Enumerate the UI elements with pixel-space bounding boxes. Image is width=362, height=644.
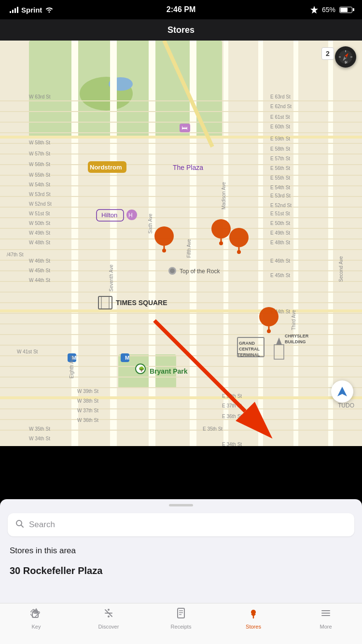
search-icon bbox=[15, 519, 24, 531]
search-placeholder: Search bbox=[29, 520, 55, 530]
svg-text:GRAND: GRAND bbox=[239, 341, 255, 346]
svg-text:E 60th St: E 60th St bbox=[270, 124, 290, 129]
stores-section: Stores in this area bbox=[0, 536, 362, 560]
svg-text:The Plaza: The Plaza bbox=[173, 164, 203, 171]
svg-text:W 46th St: W 46th St bbox=[29, 258, 50, 264]
svg-text:W 52nd St: W 52nd St bbox=[29, 201, 52, 207]
svg-text:Madison Ave: Madison Ave bbox=[221, 182, 226, 210]
battery-percent: 65% bbox=[322, 6, 335, 14]
svg-rect-183 bbox=[178, 608, 184, 618]
svg-text:W 55th St: W 55th St bbox=[29, 172, 50, 178]
svg-text:Sixth Ave: Sixth Ave bbox=[148, 213, 153, 234]
svg-text:W 48th St: W 48th St bbox=[29, 240, 50, 245]
svg-text:E 45th St: E 45th St bbox=[270, 273, 290, 278]
svg-text:Top of the Rock: Top of the Rock bbox=[180, 268, 220, 275]
tab-key[interactable]: Key bbox=[0, 607, 72, 630]
svg-text:W 33rd St: W 33rd St bbox=[29, 446, 51, 446]
svg-text:E 49th St: E 49th St bbox=[270, 230, 290, 236]
signal-bar-3 bbox=[14, 8, 16, 13]
svg-text:E 56th St: E 56th St bbox=[270, 166, 290, 171]
svg-point-187 bbox=[251, 610, 256, 615]
svg-text:Third Ave: Third Ave bbox=[291, 310, 296, 330]
tab-discover[interactable]: Discover bbox=[72, 607, 145, 630]
svg-text:E 53rd St: E 53rd St bbox=[270, 193, 291, 198]
tab-more-label: More bbox=[320, 624, 332, 630]
page-title: Stores bbox=[167, 25, 195, 35]
svg-text:N: N bbox=[345, 60, 348, 64]
store-item[interactable]: 30 Rockefeller Plaza bbox=[0, 560, 362, 578]
svg-text:Second Ave: Second Ave bbox=[338, 256, 344, 282]
svg-text:/47th St: /47th St bbox=[7, 252, 24, 257]
status-left: Sprint bbox=[10, 6, 54, 14]
svg-text:W 50th St: W 50th St bbox=[29, 221, 50, 226]
svg-text:TUDO: TUDO bbox=[338, 402, 354, 409]
tab-more[interactable]: More bbox=[290, 607, 362, 630]
svg-text:W 58th St: W 58th St bbox=[29, 140, 50, 145]
map-badge: 2 bbox=[321, 47, 334, 60]
svg-text:Nordstrom: Nordstrom bbox=[90, 164, 122, 171]
map-svg: M M M 🛏 Nordstrom The Plaza Hilton H TIM… bbox=[0, 41, 362, 446]
svg-text:E 46th St: E 46th St bbox=[270, 258, 290, 264]
drag-handle-bar bbox=[169, 504, 193, 506]
svg-text:E 52nd St: E 52nd St bbox=[270, 203, 292, 208]
svg-text:W 37th St: W 37th St bbox=[77, 408, 98, 413]
svg-text:E 51st St: E 51st St bbox=[270, 211, 290, 216]
store-name: 30 Rockefeller Plaza bbox=[10, 565, 102, 576]
svg-text:E 50th St: E 50th St bbox=[270, 221, 290, 226]
svg-text:Seventh Ave: Seventh Ave bbox=[109, 265, 114, 292]
page-title-bar: Stores bbox=[0, 19, 362, 41]
signal-bar-2 bbox=[12, 10, 14, 13]
svg-text:H: H bbox=[128, 212, 133, 219]
svg-text:BUILDING: BUILDING bbox=[285, 339, 306, 344]
sheet-handle bbox=[0, 499, 362, 509]
discover-tab-icon bbox=[103, 607, 114, 622]
svg-text:E 54th St: E 54th St bbox=[270, 185, 290, 190]
search-container: Search bbox=[8, 513, 354, 536]
svg-text:Hilton: Hilton bbox=[101, 211, 117, 219]
svg-point-155 bbox=[229, 228, 249, 247]
svg-text:W 56th St: W 56th St bbox=[29, 162, 50, 167]
svg-point-152 bbox=[211, 219, 231, 238]
svg-text:E 57th St: E 57th St bbox=[270, 156, 290, 161]
tab-discover-label: Discover bbox=[98, 624, 119, 630]
map-container[interactable]: M M M 🛏 Nordstrom The Plaza Hilton H TIM… bbox=[0, 41, 362, 446]
status-time: 2:46 PM bbox=[167, 5, 195, 14]
compass[interactable]: N bbox=[335, 46, 356, 68]
key-tab-icon bbox=[30, 607, 42, 622]
tab-bar: Key Discover Receipts bbox=[0, 603, 362, 644]
signal-bar-4 bbox=[17, 7, 18, 13]
svg-text:🌳: 🌳 bbox=[139, 366, 145, 372]
svg-text:W 44th St: W 44th St bbox=[29, 278, 50, 283]
svg-text:Eighth Ave: Eighth Ave bbox=[69, 355, 74, 378]
stores-area-label: Stores in this area bbox=[10, 546, 76, 555]
location-icon bbox=[310, 6, 318, 14]
search-box[interactable]: Search bbox=[8, 513, 354, 536]
svg-line-174 bbox=[21, 525, 24, 527]
tab-receipts[interactable]: Receipts bbox=[145, 607, 217, 630]
svg-text:E 61st St: E 61st St bbox=[270, 114, 290, 120]
svg-text:E 36th St: E 36th St bbox=[222, 414, 242, 419]
svg-text:E 55th St: E 55th St bbox=[270, 175, 290, 181]
svg-text:CENTRAL: CENTRAL bbox=[239, 347, 260, 351]
svg-text:E 38th St: E 38th St bbox=[222, 393, 242, 399]
location-button[interactable] bbox=[331, 380, 353, 403]
svg-text:Fifth Ave: Fifth Ave bbox=[186, 239, 192, 258]
svg-text:🛏: 🛏 bbox=[181, 125, 187, 131]
svg-text:M: M bbox=[125, 355, 129, 361]
svg-text:E 37th St: E 37th St bbox=[222, 403, 242, 408]
wifi-icon bbox=[45, 6, 54, 14]
receipts-tab-icon bbox=[175, 607, 187, 622]
svg-text:W 57th St: W 57th St bbox=[29, 151, 50, 156]
stores-tab-icon bbox=[248, 607, 259, 622]
svg-text:E 35th St: E 35th St bbox=[203, 426, 223, 432]
svg-point-158 bbox=[259, 307, 278, 326]
svg-point-181 bbox=[108, 609, 110, 611]
status-right: 65% bbox=[310, 6, 352, 14]
tab-stores[interactable]: Stores bbox=[217, 607, 290, 630]
svg-point-69 bbox=[170, 268, 175, 273]
svg-text:E 62nd St: E 62nd St bbox=[270, 104, 292, 109]
svg-point-149 bbox=[154, 226, 174, 246]
svg-text:CHRYSLER: CHRYSLER bbox=[285, 334, 309, 338]
more-tab-icon bbox=[320, 607, 332, 622]
svg-text:W 34th St: W 34th St bbox=[29, 436, 50, 441]
